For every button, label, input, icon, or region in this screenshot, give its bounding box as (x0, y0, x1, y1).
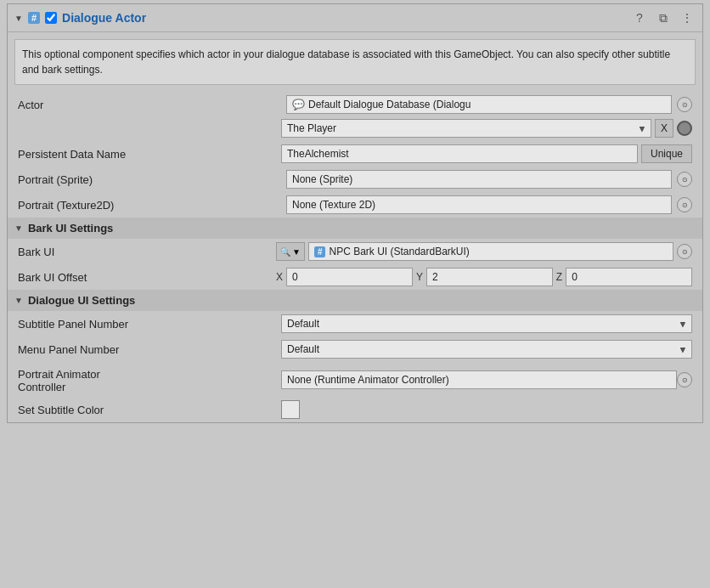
persistent-data-label: Persistent Data Name (18, 148, 281, 161)
actor-select-row: The Player ▼ X (8, 117, 702, 141)
offset-x-input[interactable] (286, 268, 413, 286)
bark-ui-section-header[interactable]: ▼ Bark UI Settings (8, 218, 702, 239)
db-icon: 💬 (292, 99, 305, 110)
portrait-animator-label: Portrait AnimatorController (18, 366, 281, 393)
header-icons: ? ⧉ ⋮ (631, 9, 696, 26)
bark-section-title: Bark UI Settings (28, 222, 113, 235)
portrait-sprite-target[interactable]: ⊙ (677, 172, 692, 187)
portrait-texture-row: Portrait (Texture2D) None (Texture 2D) ⊙ (8, 192, 702, 218)
y-label: Y (416, 271, 423, 283)
portrait-texture-value: None (Texture 2D) (292, 199, 375, 211)
panel-header: ▼ # Dialogue Actor ? ⧉ ⋮ (8, 4, 702, 32)
enable-checkbox-wrap (45, 12, 57, 24)
portrait-texture-target[interactable]: ⊙ (677, 197, 692, 212)
persistent-data-value: Unique (281, 144, 692, 163)
menu-panel-select-wrapper: Default ▼ (281, 340, 692, 359)
portrait-sprite-value: None (Sprite) (292, 173, 352, 185)
subtitle-panel-select[interactable]: Default (281, 314, 692, 333)
persistent-data-input[interactable] (281, 144, 638, 163)
dialogue-section-arrow: ▼ (14, 296, 23, 305)
portrait-texture-field[interactable]: None (Texture 2D) (286, 195, 672, 214)
actor-target-btn[interactable]: ⊙ (677, 97, 692, 112)
subtitle-panel-label: Subtitle Panel Number (18, 318, 281, 331)
subtitle-color-swatch[interactable] (281, 400, 300, 419)
portrait-sprite-field[interactable]: None (Sprite) (286, 170, 672, 189)
actor-db-text: Default Dialogue Database (Dialogu (308, 99, 471, 110)
bark-ui-label: Bark UI (18, 246, 273, 258)
portrait-texture-label: Portrait (Texture2D) (18, 199, 281, 212)
more-options-icon[interactable]: ⋮ (679, 9, 696, 26)
unique-button[interactable]: Unique (641, 144, 692, 163)
npc-bark-field[interactable]: # NPC Bark UI (StandardBarkUI) (308, 242, 673, 261)
collapse-arrow[interactable]: ▼ (14, 14, 23, 23)
x-label: X (276, 271, 283, 283)
menu-panel-row: Menu Panel Number Default ▼ (8, 336, 702, 362)
dialogue-section-title: Dialogue UI Settings (28, 294, 135, 307)
actor-radio-btn[interactable] (677, 121, 692, 136)
bark-offset-row: Bark UI Offset X Y Z (8, 264, 702, 290)
offset-y-input[interactable] (426, 268, 553, 286)
bark-search-dropdown: ▼ (292, 247, 301, 257)
xyz-group: X Y Z (276, 268, 692, 286)
enable-checkbox[interactable] (45, 12, 57, 24)
panel-title: Dialogue Actor (62, 11, 626, 25)
menu-panel-select[interactable]: Default (281, 340, 692, 359)
portrait-sprite-row: Portrait (Sprite) None (Sprite) ⊙ (8, 167, 702, 192)
offset-z-input[interactable] (566, 268, 692, 286)
sliders-icon[interactable]: ⧉ (655, 9, 672, 26)
description-box: This optional component specifies which … (14, 39, 696, 85)
dialogue-ui-section-header[interactable]: ▼ Dialogue UI Settings (8, 290, 702, 311)
player-select[interactable]: The Player (281, 119, 651, 138)
actor-row: Actor 💬 Default Dialogue Database (Dialo… (8, 92, 702, 117)
subtitle-color-row: Set Subtitle Color (8, 397, 702, 422)
subtitle-panel-select-wrapper: Default ▼ (281, 314, 692, 333)
subtitle-color-label: Set Subtitle Color (18, 404, 281, 416)
bark-section-arrow: ▼ (14, 223, 23, 233)
portrait-animator-field[interactable]: None (Runtime Animator Controller) (281, 370, 677, 389)
bark-search-button[interactable]: 🔍▼ (276, 242, 305, 261)
menu-panel-label: Menu Panel Number (18, 343, 281, 356)
bark-ui-row: Bark UI 🔍▼ # NPC Bark UI (StandardBarkUI… (8, 239, 702, 264)
actor-x-button[interactable]: X (655, 119, 673, 138)
subtitle-panel-row: Subtitle Panel Number Default ▼ (8, 311, 702, 336)
portrait-animator-value: None (Runtime Animator Controller) (287, 374, 449, 386)
bark-offset-label: Bark UI Offset (18, 271, 273, 284)
persistent-data-row: Persistent Data Name Unique (8, 141, 702, 167)
actor-label: Actor (18, 99, 281, 111)
portrait-sprite-label: Portrait (Sprite) (18, 173, 281, 186)
help-icon[interactable]: ? (631, 9, 648, 26)
hash-badge: # (28, 12, 40, 24)
portrait-animator-row: Portrait AnimatorController None (Runtim… (8, 362, 702, 397)
portrait-animator-target[interactable]: ⊙ (677, 372, 692, 387)
player-select-wrapper: The Player ▼ (281, 119, 651, 138)
z-label: Z (556, 271, 562, 283)
actor-db-field[interactable]: 💬 Default Dialogue Database (Dialogu (286, 95, 672, 114)
npc-hash-badge: # (314, 246, 326, 257)
bark-ui-target[interactable]: ⊙ (677, 244, 692, 259)
npc-bark-value: NPC Bark UI (StandardBarkUI) (329, 246, 469, 257)
